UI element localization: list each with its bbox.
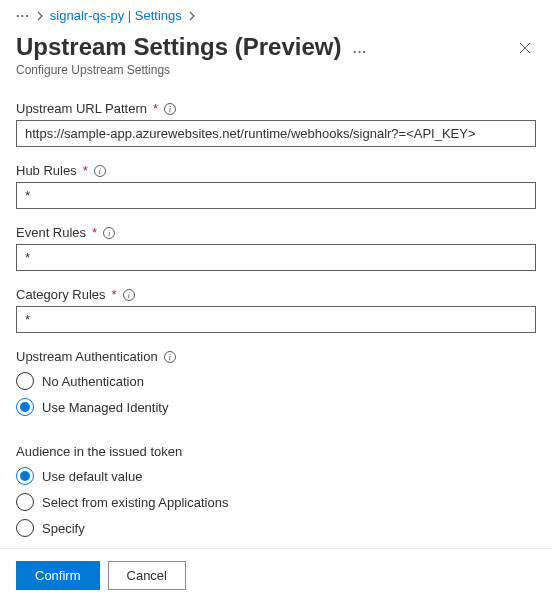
chevron-right-icon — [188, 11, 196, 21]
breadcrumb: ··· signalr-qs-py | Settings — [16, 8, 536, 23]
radio-managed-identity[interactable]: Use Managed Identity — [16, 394, 536, 420]
radio-icon — [16, 372, 34, 390]
category-rules-input[interactable] — [16, 306, 536, 333]
radio-icon-selected — [16, 398, 34, 416]
radio-label: Select from existing Applications — [42, 495, 228, 510]
audience-label: Audience in the issued token — [16, 444, 182, 459]
breadcrumb-ellipsis[interactable]: ··· — [16, 8, 30, 23]
footer: Confirm Cancel — [0, 548, 552, 602]
radio-label: No Authentication — [42, 374, 144, 389]
page-subtitle: Configure Upstream Settings — [16, 63, 536, 77]
required-indicator: * — [112, 287, 117, 302]
cancel-button[interactable]: Cancel — [108, 561, 186, 590]
info-icon[interactable]: i — [164, 103, 176, 115]
info-icon[interactable]: i — [164, 351, 176, 363]
page-title: Upstream Settings (Preview) — [16, 33, 341, 60]
info-icon[interactable]: i — [94, 165, 106, 177]
hub-rules-label: Hub Rules — [16, 163, 77, 178]
close-button[interactable] — [514, 37, 536, 59]
breadcrumb-link[interactable]: signalr-qs-py | Settings — [50, 8, 182, 23]
category-rules-label: Category Rules — [16, 287, 106, 302]
radio-default-value[interactable]: Use default value — [16, 463, 536, 489]
radio-label: Use Managed Identity — [42, 400, 168, 415]
radio-icon — [16, 519, 34, 537]
radio-icon-selected — [16, 467, 34, 485]
radio-label: Specify — [42, 521, 85, 536]
info-icon[interactable]: i — [123, 289, 135, 301]
required-indicator: * — [153, 101, 158, 116]
radio-existing-applications[interactable]: Select from existing Applications — [16, 489, 536, 515]
more-actions-icon[interactable]: ··· — [353, 44, 367, 59]
radio-icon — [16, 493, 34, 511]
hub-rules-input[interactable] — [16, 182, 536, 209]
chevron-right-icon — [36, 11, 44, 21]
radio-label: Use default value — [42, 469, 142, 484]
info-icon[interactable]: i — [103, 227, 115, 239]
radio-no-authentication[interactable]: No Authentication — [16, 368, 536, 394]
url-pattern-label: Upstream URL Pattern — [16, 101, 147, 116]
event-rules-label: Event Rules — [16, 225, 86, 240]
required-indicator: * — [83, 163, 88, 178]
confirm-button[interactable]: Confirm — [16, 561, 100, 590]
required-indicator: * — [92, 225, 97, 240]
event-rules-input[interactable] — [16, 244, 536, 271]
radio-specify[interactable]: Specify — [16, 515, 536, 541]
upstream-auth-label: Upstream Authentication — [16, 349, 158, 364]
url-pattern-input[interactable] — [16, 120, 536, 147]
